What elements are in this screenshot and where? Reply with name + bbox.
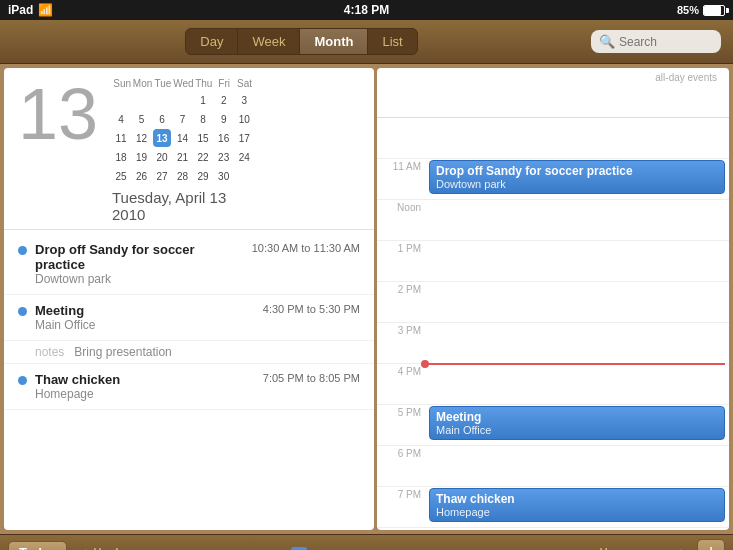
left-panel: 13 Sun Mon Tue Wed Thu Fri Sat 123456789… xyxy=(4,68,374,530)
event-details-1: Drop off Sandy for soccer practice Dowto… xyxy=(35,242,244,286)
time-row-7pm: 7 PM Thaw chicken Homepage xyxy=(377,487,729,528)
mini-cal-day-21[interactable]: 21 xyxy=(174,148,192,166)
mini-cal-day-6[interactable]: 6 xyxy=(153,110,171,128)
timeline-day-27[interactable]: 27 xyxy=(532,547,546,551)
mini-cal-day-26[interactable]: 26 xyxy=(133,167,151,185)
mini-cal-day-4[interactable]: 4 xyxy=(112,110,130,128)
mini-cal-day-16[interactable]: 16 xyxy=(215,129,233,147)
mini-cal-day-1[interactable]: 1 xyxy=(194,91,212,109)
mini-cal-day-28[interactable]: 28 xyxy=(174,167,192,185)
event-details-2: Meeting Main Office xyxy=(35,303,255,332)
timeline-day-4[interactable]: 4 xyxy=(168,547,177,551)
mini-cal-day-30[interactable]: 30 xyxy=(215,167,233,185)
mini-cal-day-15[interactable]: 15 xyxy=(194,129,212,147)
timeline-day-30[interactable]: 30 xyxy=(583,547,597,551)
mini-cal-day-25[interactable]: 25 xyxy=(112,167,130,185)
timeline-day-8[interactable]: 8 xyxy=(216,547,225,551)
event-item-1[interactable]: Drop off Sandy for soccer practice Dowto… xyxy=(4,234,374,295)
tab-day[interactable]: Day xyxy=(186,29,238,54)
mini-cal-day-14[interactable]: 14 xyxy=(174,129,192,147)
timeline-day-22[interactable]: 22 xyxy=(446,547,460,551)
mini-cal-day-20[interactable]: 20 xyxy=(153,148,171,166)
timeline-day-10[interactable]: 10 xyxy=(240,547,254,551)
event-location-2: Main Office xyxy=(35,318,255,332)
mini-cal-day-9[interactable]: 9 xyxy=(215,110,233,128)
mini-cal-day-2[interactable]: 2 xyxy=(215,91,233,109)
mini-cal-day-27[interactable]: 27 xyxy=(153,167,171,185)
timeline-day-20[interactable]: 20 xyxy=(412,547,426,551)
next-button[interactable]: › xyxy=(673,542,691,550)
mini-cal-day-19[interactable]: 19 xyxy=(133,148,151,166)
all-day-label: all-day events xyxy=(385,72,721,83)
timeline-day-2[interactable]: 2 xyxy=(144,547,153,551)
mini-cal-day-11[interactable]: 11 xyxy=(112,129,130,147)
timeline-day-25[interactable]: 25 xyxy=(498,547,512,551)
timeline-day-18[interactable]: 18 xyxy=(378,547,392,551)
mini-cal-day-5[interactable]: 5 xyxy=(133,110,151,128)
tab-list[interactable]: List xyxy=(368,29,416,54)
wifi-icon: 📶 xyxy=(38,3,53,17)
time-content-10am xyxy=(427,118,729,158)
mini-cal-day-8[interactable]: 8 xyxy=(194,110,212,128)
time-row-noon: Noon xyxy=(377,200,729,241)
search-box[interactable]: 🔍 xyxy=(591,30,721,53)
timeline-day-1[interactable]: 1 xyxy=(132,547,141,551)
event-time-2: 4:30 PM to 5:30 PM xyxy=(263,303,360,315)
timeline-day-29[interactable]: 29 xyxy=(566,547,580,551)
notes-value: Bring presentation xyxy=(74,345,171,359)
mini-cal-day-24[interactable]: 24 xyxy=(235,148,253,166)
timeline-day-7[interactable]: 7 xyxy=(204,547,213,551)
mini-cal-day-23[interactable]: 23 xyxy=(215,148,233,166)
timeline-day-26[interactable]: 26 xyxy=(515,547,529,551)
timeline-day-16[interactable]: 16 xyxy=(344,547,358,551)
timeline-day-19[interactable]: 19 xyxy=(395,547,409,551)
mini-cal-day-13[interactable]: 13 xyxy=(153,129,171,147)
mini-cal-day-22[interactable]: 22 xyxy=(194,148,212,166)
tab-month[interactable]: Month xyxy=(300,29,368,54)
cal-event-meeting-loc: Main Office xyxy=(436,424,718,436)
time-label-1pm: 1 PM xyxy=(377,241,427,254)
event-time-3: 7:05 PM to 8:05 PM xyxy=(263,372,360,384)
timeline-day-28[interactable]: 28 xyxy=(549,547,563,551)
mini-cal-day-29[interactable]: 29 xyxy=(194,167,212,185)
event-dot-2 xyxy=(18,307,27,316)
timeline-day-6[interactable]: 6 xyxy=(192,547,201,551)
timeline-day-12[interactable]: 12 xyxy=(274,547,288,551)
mini-cal-day-3[interactable]: 3 xyxy=(235,91,253,109)
timeline-day-9[interactable]: 9 xyxy=(228,547,237,551)
add-button[interactable]: + xyxy=(697,539,725,551)
cal-event-soccer[interactable]: Drop off Sandy for soccer practice Dowto… xyxy=(429,160,725,194)
cal-event-chicken[interactable]: Thaw chicken Homepage xyxy=(429,488,725,522)
mini-cal-day-10[interactable]: 10 xyxy=(235,110,253,128)
timeline-day-11[interactable]: 11 xyxy=(257,547,271,551)
status-bar: iPad 📶 4:18 PM 85% xyxy=(0,0,733,20)
timeline-day-5[interactable]: 5 xyxy=(180,547,189,551)
status-right: 85% xyxy=(677,4,725,16)
timeline-day-21[interactable]: 21 xyxy=(429,547,443,551)
timeline-day-23[interactable]: 23 xyxy=(463,547,477,551)
prev-button[interactable]: ‹ xyxy=(75,542,93,550)
mini-cal-day-12[interactable]: 12 xyxy=(133,129,151,147)
big-day-number: 13 xyxy=(18,78,98,150)
status-left: iPad 📶 xyxy=(8,3,53,17)
mini-cal-day-18[interactable]: 18 xyxy=(112,148,130,166)
view-tabs: Day Week Month List xyxy=(185,28,417,55)
event-item-2[interactable]: Meeting Main Office 4:30 PM to 5:30 PM xyxy=(4,295,374,341)
timeline-day-3[interactable]: 3 xyxy=(156,547,165,551)
tab-week[interactable]: Week xyxy=(238,29,300,54)
mini-cal-day-17[interactable]: 17 xyxy=(235,129,253,147)
timeline-day-17[interactable]: 17 xyxy=(361,547,375,551)
cal-event-meeting[interactable]: Meeting Main Office xyxy=(429,406,725,440)
time-content-6pm xyxy=(427,446,729,486)
event-item-3[interactable]: Thaw chicken Homepage 7:05 PM to 8:05 PM xyxy=(4,364,374,410)
timeline-day-24[interactable]: 24 xyxy=(480,547,494,551)
timeline-day-13[interactable]: 13 xyxy=(291,547,307,551)
timeline-day-14[interactable]: 14 xyxy=(310,547,324,551)
today-button[interactable]: Today xyxy=(8,541,67,550)
carrier-label: iPad xyxy=(8,3,33,17)
search-input[interactable] xyxy=(619,35,719,49)
time-label-noon: Noon xyxy=(377,200,427,213)
mini-cal-header: Sun Mon Tue Wed Thu Fri Sat xyxy=(112,78,255,89)
mini-cal-day-7[interactable]: 7 xyxy=(174,110,192,128)
timeline-day-15[interactable]: 15 xyxy=(327,547,341,551)
